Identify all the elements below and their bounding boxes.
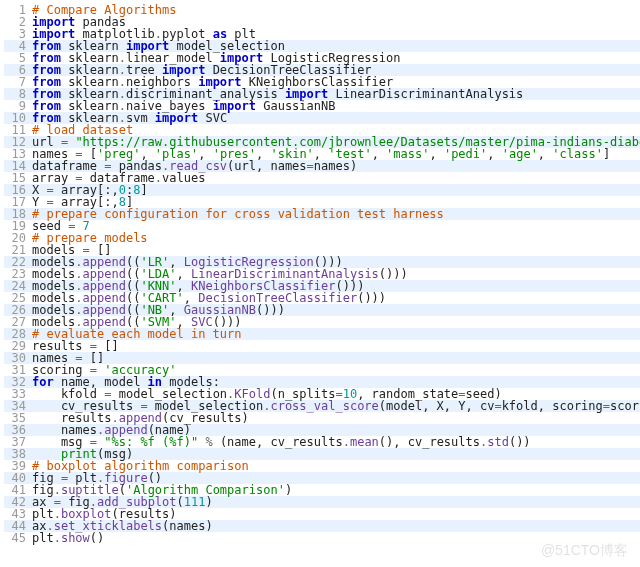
line-number: 3 [4, 28, 32, 40]
line-number: 1 [4, 4, 32, 16]
line-number: 7 [4, 76, 32, 88]
line-number: 45 [4, 532, 32, 544]
code-line: 18# prepare configuration for cross vali… [4, 208, 640, 220]
line-number: 4 [4, 40, 32, 52]
line-number: 8 [4, 88, 32, 100]
code-block: 1# Compare Algorithms2import pandas3impo… [4, 4, 640, 544]
line-number: 6 [4, 64, 32, 76]
line-content: # prepare configuration for cross valida… [32, 208, 444, 220]
line-number: 2 [4, 16, 32, 28]
line-content: plt.show() [32, 532, 104, 544]
code-line: 45plt.show() [4, 532, 640, 544]
line-number: 5 [4, 52, 32, 64]
